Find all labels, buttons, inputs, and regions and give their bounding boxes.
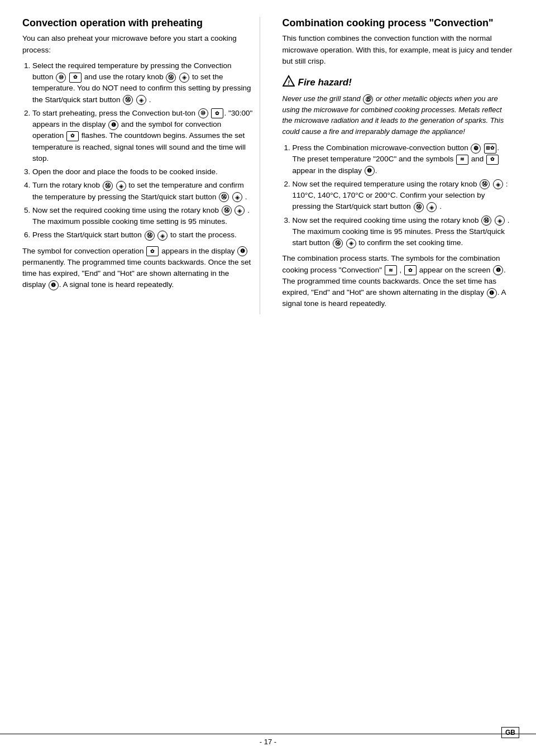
icon-knob-dial-c bbox=[116, 181, 126, 191]
icon-sym-wave: ≋ bbox=[456, 155, 468, 165]
icon-start-btn-a: ⑭ bbox=[123, 95, 133, 105]
left-step-3: Open the door and place the foods to be … bbox=[32, 166, 254, 178]
right-step-1: Press the Combination microwave-convecti… bbox=[293, 142, 514, 176]
icon-convection-btn: ⑩ bbox=[56, 73, 66, 83]
left-title: Convection operation with preheating bbox=[22, 17, 254, 30]
left-step-6: Press the Start/quick start button ⑭ to … bbox=[32, 229, 254, 241]
fire-hazard-label: Fire hazard! bbox=[298, 77, 352, 88]
icon-display-r1: ❶ bbox=[365, 166, 375, 176]
icon-knob-rdial-a bbox=[493, 179, 503, 189]
right-outro: The combination process starts. The symb… bbox=[283, 253, 514, 309]
fire-hazard-box: ! Fire hazard! Never use the grill stand… bbox=[283, 75, 514, 137]
icon-display1: ❶ bbox=[108, 120, 118, 130]
left-steps-list: Select the required temperature by press… bbox=[32, 60, 254, 241]
right-intro: This function combines the convection fu… bbox=[283, 33, 514, 67]
icon-display3: ❶ bbox=[49, 280, 59, 290]
warning-triangle-icon: ! bbox=[283, 75, 295, 90]
left-column: Convection operation with preheating You… bbox=[22, 17, 260, 314]
icon-combo-box: ⊞✿ bbox=[484, 143, 496, 154]
icon-start-r-b: ⑭ bbox=[333, 238, 343, 248]
two-column-layout: Convection operation with preheating You… bbox=[22, 17, 514, 314]
right-column: Combination cooking process "Convection"… bbox=[277, 17, 514, 314]
icon-display-r2: ❶ bbox=[493, 265, 503, 275]
right-steps-list: Press the Combination microwave-convecti… bbox=[293, 142, 514, 248]
icon-start-btn-b: ⑭ bbox=[219, 192, 229, 202]
icon-knob-dial-b bbox=[136, 95, 146, 105]
icon-conv-btn2: ⑩ bbox=[198, 108, 208, 118]
icon-display2: ❶ bbox=[237, 246, 247, 256]
left-outro: The symbol for convection operation ✿ ap… bbox=[22, 246, 254, 291]
icon-knob-14a: ⑭ bbox=[166, 73, 176, 83]
fire-hazard-title: ! Fire hazard! bbox=[283, 75, 514, 90]
page-container: Convection operation with preheating You… bbox=[0, 0, 536, 756]
icon-knob-rdial-c bbox=[495, 216, 505, 226]
svg-text:!: ! bbox=[288, 79, 290, 86]
icon-outro-fan: ✿ bbox=[404, 265, 417, 275]
icon-conv-symbol: ✿ bbox=[66, 131, 79, 141]
icon-knob-dial-e bbox=[234, 205, 245, 216]
icon-knob-r14b: ⑭ bbox=[481, 216, 491, 226]
icon-knob-dial-d bbox=[232, 192, 242, 202]
icon-grill-stand: ⑮ bbox=[363, 94, 373, 104]
right-step1-text: Press the Combination microwave-convecti… bbox=[293, 143, 500, 175]
right-step-3: Now set the required cooking time using … bbox=[293, 215, 514, 249]
icon-fan-box: ✿ bbox=[69, 73, 82, 83]
left-step-4: Turn the rotary knob ⑭ to set the temper… bbox=[32, 180, 254, 203]
icon-knob-dial-f bbox=[157, 231, 168, 241]
right-step3-text: Now set the required cooking time using … bbox=[293, 216, 510, 247]
page-footer: - 17 - GB bbox=[0, 734, 536, 746]
icon-fan-box2: ✿ bbox=[211, 108, 223, 118]
icon-knob-r14a: ⑭ bbox=[480, 179, 490, 189]
step1-text: Select the required temperature by press… bbox=[32, 61, 251, 104]
icon-combo-btn: ❾ bbox=[471, 143, 481, 154]
left-step-5: Now set the required cooking time using … bbox=[32, 205, 254, 228]
icon-sym-fan: ✿ bbox=[486, 155, 499, 165]
step5-text: Now set the required cooking time using … bbox=[32, 206, 250, 226]
right-step2-text: Now set the required temperature using t… bbox=[293, 180, 508, 211]
page-number: - 17 - bbox=[260, 738, 276, 746]
icon-knob-14b: ⑭ bbox=[103, 181, 113, 191]
left-step-2: To start preheating, press the Convectio… bbox=[32, 108, 254, 164]
icon-knob-14c: ⑭ bbox=[222, 205, 232, 216]
icon-display-r3: ❶ bbox=[487, 288, 497, 298]
icon-knob-rdial-d bbox=[346, 238, 356, 248]
left-intro: You can also preheat your microwave befo… bbox=[22, 33, 254, 56]
gb-badge: GB bbox=[501, 727, 519, 738]
left-step-1: Select the required temperature by press… bbox=[32, 60, 254, 106]
icon-outro-wave: ≋ bbox=[385, 265, 397, 275]
icon-knob-dial-a bbox=[179, 73, 189, 83]
step3-text: Open the door and place the foods to be … bbox=[32, 168, 218, 176]
icon-start-r-a: ⑭ bbox=[414, 202, 424, 212]
step6-text: Press the Start/quick start button ⑭ to … bbox=[32, 231, 237, 239]
icon-knob-rdial-b bbox=[427, 202, 437, 212]
step2-text: To start preheating, press the Convectio… bbox=[32, 109, 252, 162]
step4-text: Turn the rotary knob ⑭ to set the temper… bbox=[32, 181, 247, 200]
icon-knob-14d: ⑭ bbox=[145, 231, 155, 241]
fire-hazard-text: Never use the grill stand ⑮ or other met… bbox=[283, 93, 514, 137]
icon-conv-symbol2: ✿ bbox=[146, 246, 159, 256]
right-title: Combination cooking process "Convection" bbox=[283, 17, 514, 30]
right-step-2: Now set the required temperature using t… bbox=[293, 179, 514, 213]
